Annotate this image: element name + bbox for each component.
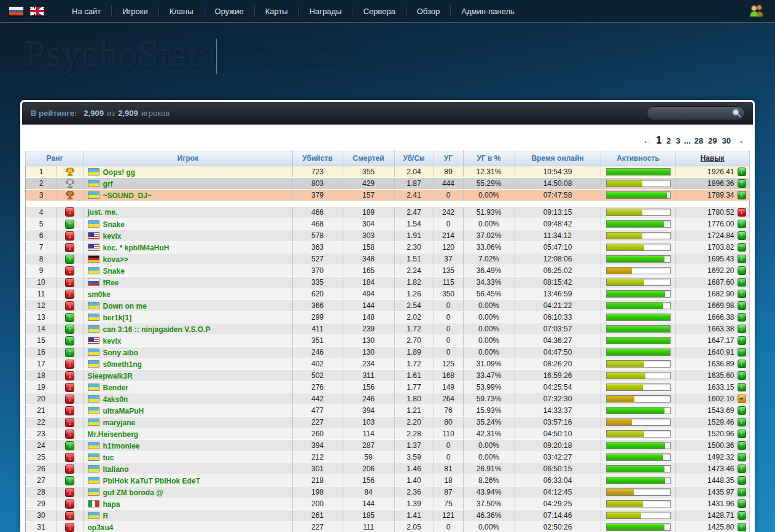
nav-item-3[interactable]: Кланы [159, 7, 204, 16]
page-link-29[interactable]: 29 [708, 136, 717, 145]
skill-value: 1780.52 [707, 208, 734, 217]
headshots-cell: 0 [434, 190, 463, 201]
skill-up-icon: ↑ [738, 488, 746, 496]
player-name-link[interactable]: Mr.Heisenberg [88, 430, 139, 438]
kpd-cell: 1.21 [394, 405, 434, 417]
column-header-10[interactable]: Навык [676, 151, 749, 166]
nav-item-1[interactable]: На сайт [61, 7, 111, 16]
player-name-link[interactable]: Snake [103, 220, 125, 228]
player-name-link[interactable]: just. me. [88, 208, 118, 217]
player-name-link[interactable]: guf ZM boroda @ [103, 488, 163, 496]
nav-item-9[interactable]: Админ-панель [451, 7, 525, 16]
column-header-9[interactable]: Активность [601, 151, 676, 166]
trend-cell [56, 178, 84, 190]
nav-item-7[interactable]: Сервера [352, 7, 405, 16]
skill-up-icon: ↑ [738, 499, 746, 508]
column-header-8[interactable]: Время онлайн [515, 151, 601, 166]
column-header-3[interactable]: Убийств [292, 151, 343, 166]
column-header-5[interactable]: Уб/См [394, 151, 434, 166]
us-flag-icon [88, 232, 99, 239]
table-row: 13↑ber1k[1]2991482.0200.00%06:10:331666.… [26, 312, 749, 323]
player-name-link[interactable]: Italiano [103, 465, 129, 473]
player-name-link[interactable]: kevix [103, 231, 122, 240]
skill-value: 1636.89 [707, 360, 734, 368]
headshots-pct-cell: 37.50% [463, 498, 515, 510]
activity-cell [601, 242, 676, 253]
kills-cell: 260 [292, 428, 343, 440]
deaths-cell: 165 [343, 265, 394, 277]
player-name-link[interactable]: R [103, 511, 109, 520]
nav-item-2[interactable]: Игроки [112, 7, 158, 16]
activity-cell [601, 230, 676, 242]
search-input[interactable] [653, 109, 731, 118]
users-icon[interactable] [748, 4, 765, 20]
player-name-link[interactable]: kevix [103, 336, 122, 345]
kills-cell: 442 [292, 393, 343, 405]
headshots-pct-cell: 0.00% [463, 522, 515, 532]
nav-item-5[interactable]: Карты [255, 7, 298, 16]
player-name-link[interactable]: ~SOUND_DJ~ [103, 191, 152, 199]
player-name-link[interactable]: PblHok KaTuT PblHok EdeT [103, 476, 200, 485]
player-name-link[interactable]: Sleepwalk3R [88, 371, 133, 380]
player-name-link[interactable]: ber1k[1] [103, 313, 132, 322]
table-row: 5↑Snake4683041.5400.00%09:48:421776.00↑ [26, 218, 749, 230]
player-cell: Sony aibo [84, 347, 292, 358]
headshots-cell: 135 [434, 265, 463, 277]
player-name-link[interactable]: fRee [103, 278, 119, 287]
column-header-4[interactable]: Смертей [343, 151, 394, 166]
activity-bar-fill [607, 192, 668, 198]
uk-flag-icon[interactable] [29, 6, 45, 16]
headshots-cell: 80 [434, 417, 463, 428]
activity-bar-fill [607, 291, 666, 297]
trend-cell: ↓ [56, 358, 84, 370]
skill-up-icon: ↑ [738, 453, 746, 461]
nav-item-6[interactable]: Награды [299, 7, 352, 16]
activity-bar-fill [607, 326, 670, 332]
player-name-link[interactable]: s0meth1ng [103, 360, 142, 368]
player-name-link[interactable]: Down on me [103, 301, 147, 310]
russia-flag-icon[interactable] [9, 6, 24, 16]
player-name-link[interactable]: kova>> [103, 255, 128, 263]
page-link-30[interactable]: 30 [722, 136, 731, 145]
kpd-cell: 1.91 [394, 230, 434, 242]
column-header-2[interactable]: Игрок [84, 151, 292, 166]
player-name-link[interactable]: Sony aibo [103, 348, 138, 357]
player-name-link[interactable]: hapa [103, 499, 120, 508]
page-link-3[interactable]: 3 [676, 136, 680, 145]
page-link-28[interactable]: 28 [695, 136, 703, 145]
rating-label: В рейтинге: [31, 109, 77, 118]
search-box [647, 106, 745, 120]
column-header-7[interactable]: УГ в % [463, 151, 515, 166]
site-logo[interactable]: PsychoStats [25, 31, 216, 75]
search-icon[interactable] [731, 108, 742, 118]
column-header-1[interactable]: Ранг [26, 151, 84, 166]
player-name-link[interactable]: Oops! gg [103, 168, 136, 176]
activity-bar [606, 255, 671, 263]
player-name-link[interactable]: 4aks0n [103, 395, 128, 403]
kills-cell: 502 [292, 370, 343, 382]
player-name-link[interactable]: maryjane [103, 418, 136, 426]
nav-item-8[interactable]: Обзор [407, 7, 451, 16]
player-name-link[interactable]: h1tmonlee [103, 441, 140, 450]
player-name-link[interactable]: ultraMaPuH [103, 406, 144, 415]
player-cell: just. me. [84, 207, 292, 218]
table-row: 3~SOUND_DJ~3791572.4100.00%07:47:581789.… [26, 190, 749, 201]
kills-cell: 363 [292, 242, 343, 253]
player-name-link[interactable]: Bender [103, 383, 128, 391]
deaths-cell: 59 [343, 452, 394, 463]
player-name-link[interactable]: grf [103, 179, 113, 188]
column-header-6[interactable]: УГ [434, 151, 463, 166]
player-name-link[interactable]: Snake [103, 266, 125, 275]
player-name-link[interactable]: tuc [103, 453, 114, 461]
page-current: 1 [656, 135, 661, 145]
page-link-2[interactable]: 2 [666, 136, 671, 145]
page-next-arrow[interactable]: → [736, 136, 744, 145]
player-name-link[interactable]: koc. * kpblM4aHuH [103, 243, 169, 252]
headshots-pct-cell: 53.99% [463, 382, 515, 393]
nav-item-4[interactable]: Оружие [204, 7, 254, 16]
page-prev-arrow[interactable]: ← [642, 136, 651, 145]
player-name-link[interactable]: op3xu4 [88, 523, 114, 531]
activity-cell [601, 510, 676, 522]
player-name-link[interactable]: can 3:16 :: ninjagaiden V.S.O.P [103, 325, 211, 333]
player-name-link[interactable]: sm0ke [88, 290, 111, 298]
